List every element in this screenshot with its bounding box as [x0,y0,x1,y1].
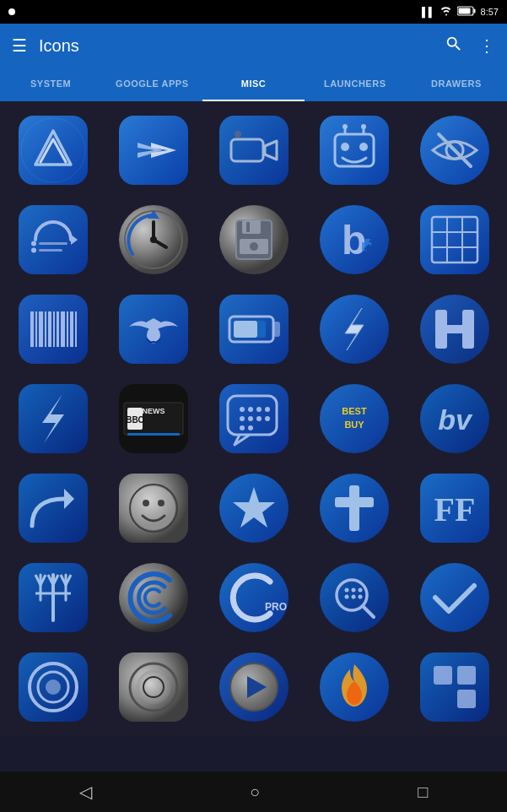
svg-rect-55 [48,311,51,347]
list-item[interactable] [306,466,402,550]
search-button[interactable] [445,35,463,57]
svg-rect-111 [335,497,374,507]
svg-text:FF: FF [434,490,475,528]
list-item[interactable] [5,108,100,192]
svg-point-14 [341,143,349,151]
svg-rect-59 [67,311,68,347]
svg-rect-44 [420,205,489,274]
tab-launchers[interactable]: LAUNCHERS [305,68,406,101]
list-item[interactable]: BBC NEWS [105,376,201,461]
svg-point-18 [342,124,348,129]
list-item[interactable] [306,645,402,729]
svg-point-104 [132,486,175,530]
tab-system[interactable]: SYSTEM [0,68,101,101]
svg-text:BUY: BUY [344,420,364,430]
status-dot [8,8,15,15]
list-item[interactable] [407,108,502,192]
status-right: ▌▌ 8:57 [422,6,499,18]
recents-button[interactable]: □ [418,782,428,802]
back-button[interactable]: ◁ [79,782,92,802]
svg-rect-100 [19,474,88,543]
list-item[interactable] [206,376,301,461]
tabs-bar: SYSTEM GOOGLE APPS MISC LAUNCHERS DRAWER… [0,68,507,101]
svg-rect-144 [420,652,489,722]
list-item[interactable] [306,555,402,640]
list-item[interactable] [5,287,100,371]
list-item[interactable]: BEST BUY [306,376,402,461]
list-item[interactable] [407,287,502,371]
svg-rect-26 [39,242,67,245]
svg-rect-54 [45,311,46,347]
svg-point-91 [256,416,262,421]
svg-rect-82 [127,433,180,436]
svg-point-93 [240,425,245,430]
svg-point-94 [248,425,253,430]
svg-text:b: b [342,218,366,263]
list-item[interactable] [105,645,201,729]
tab-google-apps[interactable]: GOOGLE APPS [101,68,202,101]
svg-text:PRO: PRO [265,601,287,613]
list-item[interactable] [105,287,201,371]
svg-point-29 [31,248,36,253]
home-button[interactable]: ○ [250,782,260,802]
svg-text:BBC: BBC [126,415,144,425]
list-item[interactable] [5,466,100,550]
svg-text:NEWS: NEWS [142,407,165,415]
list-item[interactable] [105,198,201,282]
signal-icon: ▌▌ [422,7,435,17]
list-item[interactable]: PRO [206,555,301,640]
list-item[interactable] [206,466,301,550]
svg-rect-2 [458,8,470,14]
list-item[interactable] [206,198,301,282]
tab-drawers[interactable]: DRAWERS [406,68,507,101]
svg-rect-83 [219,384,289,453]
list-item[interactable] [5,555,100,640]
list-item[interactable] [5,376,100,461]
svg-rect-145 [434,666,452,685]
app-bar-left: ☰ Icons [12,35,79,56]
list-item[interactable] [5,198,100,282]
list-item[interactable] [105,555,201,640]
list-item[interactable] [206,645,301,729]
list-item[interactable] [306,287,402,371]
svg-text:BEST: BEST [342,406,367,416]
list-item[interactable] [306,108,402,192]
svg-rect-53 [39,311,43,347]
list-item[interactable] [407,555,502,640]
app-bar-right: ⋮ [445,35,495,57]
svg-rect-61 [75,311,77,347]
list-item[interactable] [5,645,100,729]
svg-rect-38 [242,220,261,234]
svg-text:bv: bv [438,403,473,436]
list-item[interactable] [206,108,301,192]
svg-point-95 [320,384,389,453]
wifi-icon [440,6,452,18]
svg-point-92 [265,416,270,421]
svg-rect-1 [473,9,475,14]
svg-point-128 [344,595,348,599]
svg-point-106 [158,500,165,506]
list-item[interactable]: FF [407,466,502,550]
tab-misc[interactable]: MISC [202,68,304,101]
svg-point-90 [248,416,253,421]
svg-point-126 [351,588,355,593]
list-item[interactable] [105,108,201,192]
list-item[interactable] [206,287,301,371]
svg-point-135 [46,679,61,695]
list-item[interactable] [407,645,502,729]
svg-rect-56 [53,311,55,347]
list-item[interactable]: b [306,198,402,282]
svg-rect-68 [234,321,257,338]
menu-button[interactable]: ☰ [12,35,27,56]
svg-point-105 [143,500,149,506]
svg-point-85 [240,407,245,412]
list-item[interactable]: bv [407,376,502,461]
more-button[interactable]: ⋮ [478,35,495,56]
svg-rect-66 [273,322,280,337]
list-item[interactable] [407,198,502,282]
list-item[interactable] [105,466,201,550]
svg-point-138 [137,670,170,704]
svg-rect-146 [457,666,476,685]
battery-icon [457,6,476,18]
svg-rect-58 [61,311,65,347]
